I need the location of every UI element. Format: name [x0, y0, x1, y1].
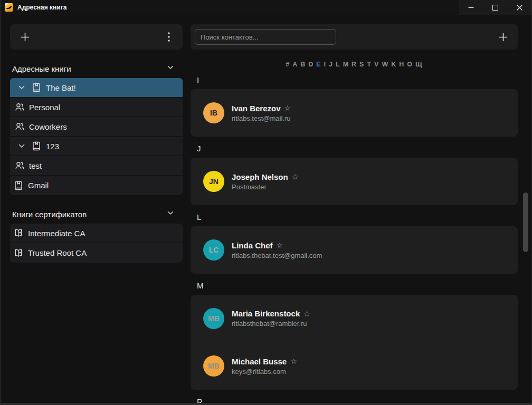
group-icon: [14, 160, 25, 171]
avatar: LC: [203, 239, 224, 261]
avatar: JN: [203, 171, 224, 192]
contact-group-card: JN Joseph Nelson ☆ Postmaster: [191, 158, 518, 205]
alphabet-letter[interactable]: #: [284, 61, 291, 68]
alphabet-letter[interactable]: V: [373, 61, 381, 68]
titlebar: Адресная книга: [1, 0, 531, 15]
star-icon[interactable]: ☆: [290, 357, 297, 365]
star-icon[interactable]: ☆: [303, 310, 310, 318]
contact-row-joseph-nelson[interactable]: JN Joseph Nelson ☆ Postmaster: [191, 158, 518, 205]
contact-detail: Postmaster: [232, 183, 298, 191]
contact-detail: ritlabs.test@mail.ru: [232, 114, 291, 122]
tree-item-label: Intermediate CA: [28, 229, 85, 238]
contact-name: Joseph Nelson: [232, 172, 288, 181]
contact-detail: ritlabs.thebat.test@gmail.com: [232, 252, 322, 259]
contact-row-michael-busse[interactable]: MB Michael Busse ☆ keys@ritlabs.com: [191, 342, 518, 390]
alphabet-index: #ABDEIJLMRSTVWKНОЩ: [191, 61, 518, 68]
chevron-down-icon[interactable]: [16, 84, 27, 91]
contacts-panel: #ABDEIJLMRSTVWKНОЩ I IB Ivan Berezov ☆ r…: [183, 15, 531, 403]
sidebar-item-trusted-root-ca[interactable]: Trusted Root CA: [10, 243, 183, 263]
alphabet-letter[interactable]: J: [328, 61, 335, 68]
chevron-down-icon[interactable]: [167, 209, 174, 219]
avatar: MB: [203, 355, 224, 377]
alphabet-letter[interactable]: D: [307, 61, 315, 68]
group-letter: M: [197, 281, 518, 291]
window-controls: [459, 0, 531, 15]
sidebar: Адресные книги The Bat! Personal: [1, 15, 183, 403]
tree-item-label: Coworkers: [29, 122, 67, 131]
address-book-icon: [31, 141, 42, 151]
tree-item-label: Personal: [29, 103, 60, 112]
address-book-window: { "window": { "title": "Адресная книга" …: [0, 0, 532, 405]
sidebar-item-intermediate-ca[interactable]: Intermediate CA: [10, 224, 183, 243]
contact-name: Maria Birkenstock: [232, 309, 300, 318]
contact-detail: keys@ritlabs.com: [232, 368, 297, 375]
alphabet-letter[interactable]: I: [322, 61, 327, 68]
star-icon[interactable]: ☆: [292, 172, 299, 181]
cert-book-icon: [13, 248, 24, 258]
contact-detail: ritlabsthebat@rambler.ru: [232, 320, 310, 327]
scrollbar-thumb[interactable]: [523, 192, 528, 252]
sidebar-menu-button[interactable]: [163, 31, 175, 43]
add-contact-button[interactable]: [497, 31, 509, 43]
chevron-down-icon[interactable]: [16, 142, 27, 150]
alphabet-letter[interactable]: A: [291, 61, 299, 68]
star-icon[interactable]: ☆: [284, 104, 291, 112]
sidebar-item-123[interactable]: 123: [10, 137, 183, 156]
tree-item-label: 123: [46, 142, 59, 151]
sidebar-item-gmail[interactable]: Gmail: [10, 176, 183, 195]
tree-item-label: Gmail: [28, 181, 49, 190]
address-books-section-header[interactable]: Адресные книги: [12, 62, 182, 75]
alphabet-letter[interactable]: S: [358, 61, 366, 68]
group-icon: [14, 102, 25, 112]
sidebar-item-thebat[interactable]: The Bat!: [10, 78, 183, 98]
alphabet-letter[interactable]: T: [366, 61, 373, 68]
address-books-tree: The Bat! Personal Coworkers: [10, 78, 183, 195]
alphabet-letter[interactable]: Н: [398, 61, 406, 68]
tree-item-label: test: [29, 161, 42, 170]
alphabet-letter[interactable]: M: [341, 61, 350, 68]
contact-row-ivan-berezov[interactable]: IB Ivan Berezov ☆ ritlabs.test@mail.ru: [191, 89, 518, 137]
contact-row-maria-birkenstock[interactable]: MB Maria Birkenstock ☆ ritlabsthebat@ram…: [191, 295, 518, 342]
alphabet-letter[interactable]: W: [381, 61, 390, 68]
alphabet-letter[interactable]: Щ: [414, 61, 424, 68]
search-input[interactable]: [195, 29, 336, 45]
address-book-icon: [13, 180, 24, 191]
alphabet-letter[interactable]: L: [335, 61, 342, 68]
sidebar-toolbar: [10, 24, 183, 50]
sidebar-item-test[interactable]: test: [10, 156, 183, 176]
alphabet-letter[interactable]: K: [390, 61, 398, 68]
group-letter: J: [197, 144, 518, 153]
contact-group-card: LC Linda Chef ☆ ritlabs.thebat.test@gmai…: [191, 226, 518, 274]
alphabet-letter[interactable]: О: [406, 61, 414, 68]
group-letter: L: [197, 213, 518, 222]
chevron-down-icon[interactable]: [167, 64, 174, 73]
add-book-button[interactable]: [18, 31, 31, 43]
alphabet-letter-active[interactable]: E: [315, 61, 322, 68]
sidebar-item-coworkers[interactable]: Coworkers: [10, 117, 183, 137]
sidebar-item-personal[interactable]: Personal: [10, 98, 183, 117]
group-letter: I: [197, 75, 518, 85]
cert-books-section-header[interactable]: Книги сертификатов: [12, 208, 182, 220]
contact-group-card: IB Ivan Berezov ☆ ritlabs.test@mail.ru: [191, 89, 518, 137]
maximize-button[interactable]: [483, 0, 507, 15]
window-resize-edge[interactable]: [1, 403, 531, 405]
close-button[interactable]: [507, 0, 531, 15]
tree-item-label: The Bat!: [46, 83, 76, 92]
cert-books-tree: Intermediate CA Trusted Root CA: [10, 224, 183, 263]
contact-row-linda-chef[interactable]: LC Linda Chef ☆ ritlabs.thebat.test@gmai…: [191, 226, 518, 274]
contact-name: Michael Busse: [232, 357, 287, 366]
cert-books-header-label: Книги сертификатов: [12, 210, 87, 219]
contact-name: Linda Chef: [232, 241, 273, 250]
alphabet-letter[interactable]: B: [299, 61, 307, 68]
window-title: Адресная книга: [17, 4, 66, 11]
address-books-header-label: Адресные книги: [12, 64, 71, 73]
minimize-button[interactable]: [459, 0, 483, 15]
contact-group-card: MB Maria Birkenstock ☆ ritlabsthebat@ram…: [191, 295, 518, 390]
avatar: MB: [203, 308, 224, 329]
contacts-toolbar: [191, 24, 518, 50]
avatar: IB: [203, 102, 224, 123]
star-icon[interactable]: ☆: [277, 241, 283, 249]
contact-name: Ivan Berezov: [232, 104, 281, 113]
alphabet-letter[interactable]: R: [350, 61, 358, 68]
thebat-logo-icon: [5, 3, 13, 12]
